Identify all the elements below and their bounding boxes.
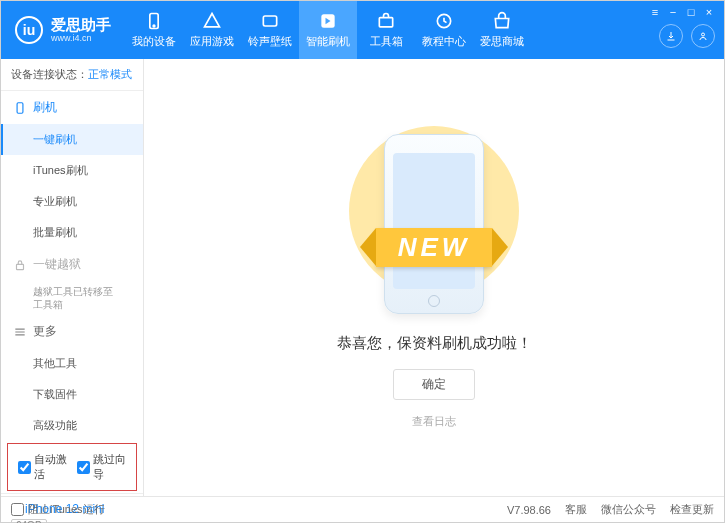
nav-label: 应用游戏 — [190, 34, 234, 49]
nav-ringtones[interactable]: 铃声壁纸 — [241, 1, 299, 59]
menu-icon[interactable]: ≡ — [648, 5, 662, 19]
svg-rect-2 — [263, 16, 276, 26]
sidebar: 设备连接状态：正常模式 刷机 一键刷机 iTunes刷机 专业刷机 批量刷机 一… — [1, 59, 144, 496]
checkbox-label: 阻止iTunes运行 — [28, 502, 105, 517]
toolbox-icon — [376, 11, 396, 31]
svg-rect-8 — [17, 264, 24, 269]
main-nav: 我的设备 应用游戏 铃声壁纸 智能刷机 工具箱 教程中心 — [125, 1, 640, 59]
nav-toolbox[interactable]: 工具箱 — [357, 1, 415, 59]
book-icon — [434, 11, 454, 31]
nav-tutorials[interactable]: 教程中心 — [415, 1, 473, 59]
support-link[interactable]: 客服 — [565, 502, 587, 517]
section-jailbreak[interactable]: 一键越狱 — [1, 248, 143, 281]
sidebar-item-othertools[interactable]: 其他工具 — [1, 348, 143, 379]
nav-label: 教程中心 — [422, 34, 466, 49]
confirm-button[interactable]: 确定 — [393, 369, 475, 400]
version-label: V7.98.66 — [507, 504, 551, 516]
maximize-icon[interactable]: □ — [684, 5, 698, 19]
user-icon[interactable] — [691, 24, 715, 48]
sidebar-item-downloadfw[interactable]: 下载固件 — [1, 379, 143, 410]
store-icon — [492, 11, 512, 31]
wechat-link[interactable]: 微信公众号 — [601, 502, 656, 517]
svg-rect-4 — [379, 18, 392, 27]
nav-apps[interactable]: 应用游戏 — [183, 1, 241, 59]
checkbox-block-itunes[interactable]: 阻止iTunes运行 — [11, 502, 105, 517]
lock-icon — [13, 258, 27, 272]
app-header: iu 爱思助手 www.i4.cn 我的设备 应用游戏 铃声壁纸 智能刷机 — [1, 1, 724, 59]
download-icon[interactable] — [659, 24, 683, 48]
success-illustration: NEW — [334, 126, 534, 316]
sidebar-item-pro[interactable]: 专业刷机 — [1, 186, 143, 217]
section-label: 一键越狱 — [33, 256, 81, 273]
checkbox-label: 自动激活 — [34, 452, 67, 482]
svg-rect-7 — [17, 102, 23, 113]
nav-label: 工具箱 — [370, 34, 403, 49]
nav-label: 铃声壁纸 — [248, 34, 292, 49]
brand-site: www.i4.cn — [51, 33, 111, 43]
nav-label: 智能刷机 — [306, 34, 350, 49]
checkbox-auto-activate[interactable]: 自动激活 — [18, 452, 67, 482]
nav-my-device[interactable]: 我的设备 — [125, 1, 183, 59]
status-label: 设备连接状态： — [11, 68, 88, 80]
list-icon — [13, 325, 27, 339]
logo-icon: iu — [15, 16, 43, 44]
nav-flash[interactable]: 智能刷机 — [299, 1, 357, 59]
section-label: 刷机 — [33, 99, 57, 116]
svg-point-6 — [702, 33, 705, 36]
phone-icon — [13, 101, 27, 115]
sidebar-item-advanced[interactable]: 高级功能 — [1, 410, 143, 441]
options-highlight: 自动激活 跳过向导 — [7, 443, 137, 491]
status-mode: 正常模式 — [88, 68, 132, 80]
nav-store[interactable]: 爱思商城 — [473, 1, 531, 59]
flash-icon — [318, 11, 338, 31]
check-update-link[interactable]: 检查更新 — [670, 502, 714, 517]
nav-label: 我的设备 — [132, 34, 176, 49]
close-icon[interactable]: × — [702, 5, 716, 19]
ribbon-text: NEW — [376, 228, 493, 267]
apps-icon — [202, 11, 222, 31]
checkbox-label: 跳过向导 — [93, 452, 126, 482]
device-icon — [144, 11, 164, 31]
connection-status: 设备连接状态：正常模式 — [1, 59, 143, 91]
success-message: 恭喜您，保资料刷机成功啦！ — [337, 334, 532, 353]
nav-label: 爱思商城 — [480, 34, 524, 49]
section-label: 更多 — [33, 323, 57, 340]
jailbreak-note: 越狱工具已转移至工具箱 — [1, 281, 143, 315]
sidebar-item-itunes[interactable]: iTunes刷机 — [1, 155, 143, 186]
minimize-icon[interactable]: − — [666, 5, 680, 19]
sidebar-item-oneclick[interactable]: 一键刷机 — [1, 124, 143, 155]
logo-area: iu 爱思助手 www.i4.cn — [1, 1, 125, 59]
checkbox-skip-guide[interactable]: 跳过向导 — [77, 452, 126, 482]
svg-point-1 — [153, 25, 155, 27]
brand-name: 爱思助手 — [51, 17, 111, 34]
view-log-link[interactable]: 查看日志 — [412, 414, 456, 429]
media-icon — [260, 11, 280, 31]
sidebar-item-batch[interactable]: 批量刷机 — [1, 217, 143, 248]
section-more[interactable]: 更多 — [1, 315, 143, 348]
section-flash[interactable]: 刷机 — [1, 91, 143, 124]
footer: 阻止iTunes运行 V7.98.66 客服 微信公众号 检查更新 — [1, 496, 724, 522]
main-content: NEW 恭喜您，保资料刷机成功啦！ 确定 查看日志 — [144, 59, 724, 496]
